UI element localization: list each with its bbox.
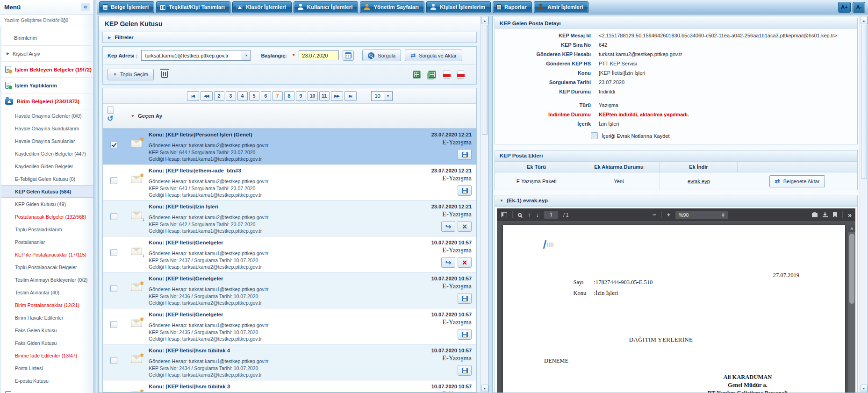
sidebar-menu-item[interactable]: ▶ Havale Onayına Gelenler (0/0) <box>1 109 93 122</box>
message-row[interactable]: ↓ Konu: [KEP İletisi]İzin İşleri Göndere… <box>103 200 476 236</box>
nav-tab[interactable]: Kullanıcı İşlemleri <box>294 1 359 13</box>
message-row[interactable]: ★ Konu: [KEP İletisi]ethem-iade_btn#3 Gö… <box>103 164 476 200</box>
scroll-up-icon[interactable]: ▲ <box>481 17 488 24</box>
export-pdf-icon[interactable] <box>444 71 450 79</box>
next-page-button[interactable]: ▶▶ <box>331 91 343 101</box>
query-and-transfer-button[interactable]: ⇄ Sorgula ve Aktar <box>405 50 462 61</box>
row-checkbox[interactable] <box>110 285 117 292</box>
attachment-file-link[interactable]: evrak.eyp <box>688 179 710 184</box>
sidebar-menu-item[interactable]: ▶ Birim Postalanacaklar (12/21) <box>1 299 93 311</box>
save-button[interactable] <box>458 185 472 196</box>
message-row[interactable]: ★ Konu: [KEP İletisi]hsm tübitak 3 <box>103 380 476 392</box>
message-row[interactable]: ↓ Konu: [KEP İletisi]Genelgeler Gönderen… <box>103 236 476 272</box>
sidebar-menu-item[interactable]: ▶ İşlem Bekleyen Belgeler (19/72) <box>1 62 93 78</box>
pdf-sidebar-toggle-icon[interactable] <box>501 212 507 217</box>
nav-tab[interactable]: Belge İşlemleri <box>99 1 154 13</box>
filters-toggle[interactable]: ▶ Filtreler <box>102 32 477 43</box>
nav-tab[interactable]: Yönetim Sayfaları <box>360 1 424 13</box>
pdf-page-input[interactable]: 1 <box>544 211 558 219</box>
sidebar-menu-item[interactable]: ▶ Faks Giden Kutusu <box>1 336 93 349</box>
row-checkbox[interactable] <box>110 249 117 256</box>
scroll-down-icon[interactable]: ▼ <box>861 385 868 392</box>
nav-tab[interactable]: Raporlar <box>493 1 532 13</box>
history-icon[interactable]: ↺ <box>107 115 124 122</box>
save-note-checkbox[interactable] <box>591 132 598 139</box>
row-checkbox[interactable] <box>110 321 117 328</box>
sidebar-menu-item[interactable]: ▶ KEP ile Postalanacaklar (17/115) <box>1 248 93 261</box>
page-number-button[interactable]: 9 <box>296 91 306 101</box>
sidebar-menu-item[interactable]: ▶ KEP Gelen Kutusu (584) <box>1 185 93 198</box>
message-row[interactable]: ★ Konu: [KEP İletisi]Genelgeler Gönderen… <box>103 272 476 308</box>
export-excel-icon[interactable] <box>413 71 421 79</box>
viewer-header[interactable]: ▼ (Ek-1) evrak.eyp <box>495 195 857 206</box>
font-increase-button[interactable]: A+ <box>838 2 851 13</box>
last-page-button[interactable]: ▶| <box>344 91 357 101</box>
page-number-button[interactable]: 2 <box>214 91 224 101</box>
page-number-button[interactable]: 4 <box>237 91 248 101</box>
sidebar-menu-item[interactable]: ▶ E-Tebligat Gelen Kutusu (0) <box>1 172 93 185</box>
message-row[interactable]: ★ Konu: [KEP İletisi]Genelgeler Gönderen… <box>103 308 476 344</box>
transfer-to-document-button[interactable]: ⇄ Belgenete Aktar <box>769 175 825 187</box>
row-checkbox[interactable] <box>110 141 117 148</box>
row-checkbox[interactable] <box>110 213 117 220</box>
group-label-row[interactable]: ▼ Geçen Ay <box>124 104 162 128</box>
save-button[interactable] <box>458 149 472 160</box>
scroll-thumb[interactable] <box>482 25 488 135</box>
sidebar-menu-item[interactable]: ▶ Havale Onayına Sunduklarım <box>1 122 93 135</box>
delete-button[interactable]: × <box>458 221 472 232</box>
scroll-up-icon[interactable]: ▲ <box>861 17 868 24</box>
bookmark-icon[interactable] <box>833 212 837 218</box>
sidebar-menu-item[interactable]: ▶ Birime İade Edilenler (13/47) <box>1 349 93 362</box>
kep-address-select[interactable]: turksat.kamu1@testkep.pttkep.gov.tr ▼ <box>141 50 251 61</box>
sidebar-menu-item[interactable]: ▶ Kaydedilen Gelen Belgeler (447) <box>1 147 93 160</box>
print-icon[interactable] <box>812 213 818 217</box>
page-number-button[interactable]: 10 <box>308 91 318 101</box>
select-all-checkbox[interactable] <box>107 107 114 114</box>
retry-transfer-button[interactable]: ↪ <box>441 257 455 268</box>
calendar-button[interactable] <box>343 50 354 61</box>
retry-transfer-button[interactable]: ↪ <box>441 221 455 232</box>
sidebar-menu-item[interactable]: ▶ Kaydedilen Giden Belgeler <box>1 160 93 172</box>
sidebar-menu-item[interactable]: ▶ KEP Giden Kutusu (49) <box>1 198 93 210</box>
sidebar-menu-item[interactable]: ▶ Teslim Alınmayı Bekleyenler (0/2) <box>1 273 93 286</box>
sidebar-menu-item[interactable]: ▶ <box>1 387 93 393</box>
nav-tab[interactable]: Amir İşlemleri <box>534 1 588 13</box>
download-icon[interactable] <box>823 212 828 217</box>
row-checkbox[interactable] <box>110 357 117 364</box>
page-number-button[interactable]: 3 <box>226 91 236 101</box>
right-scrollbar[interactable]: ▲ ▼ <box>860 16 868 393</box>
font-decrease-button[interactable]: A- <box>853 2 865 13</box>
scroll-down-icon[interactable]: ▼ <box>481 385 488 392</box>
nav-tab[interactable]: Kişisel İşlemlerim <box>426 1 491 13</box>
message-row[interactable]: ★ Konu: [KEP İletisi]hsm tübitak 4 Gönde… <box>103 344 476 380</box>
start-date-input[interactable]: 23.07.2020 <box>299 50 339 60</box>
scroll-thumb[interactable] <box>861 25 867 179</box>
page-number-button[interactable]: 5 <box>249 91 259 101</box>
page-number-button[interactable]: 7 <box>273 91 283 101</box>
save-button[interactable] <box>458 365 472 376</box>
pdf-scroll-up-icon[interactable]: ^ <box>848 225 855 232</box>
first-page-button[interactable]: |◀ <box>187 91 199 101</box>
pdf-page-down-icon[interactable]: ↓ <box>536 212 539 218</box>
sidebar-menu-item[interactable]: ▶ Birim Havale Edilenler <box>1 311 93 324</box>
sidebar-menu-item[interactable]: ▶ E-posta Kutusu <box>1 374 93 387</box>
sidebar-menu-item[interactable]: ▶ Faks Gelen Kutusu <box>1 324 93 336</box>
delete-button[interactable]: × <box>458 257 472 268</box>
page-number-button[interactable]: 8 <box>284 91 294 101</box>
pdf-search-icon[interactable] <box>518 213 522 217</box>
prev-page-button[interactable]: ◀◀ <box>201 91 213 101</box>
query-button[interactable]: Sorgula <box>362 50 401 61</box>
sidebar-menu-item[interactable]: ▶ Havale Onayına Sunulanlar <box>1 135 93 147</box>
pdf-zoom-in-icon[interactable]: + <box>667 212 671 218</box>
sidebar-menu-item[interactable]: ▶ Teslim Alınanlar (40) <box>1 286 93 299</box>
middle-scrollbar[interactable]: ▲ ▼ <box>481 16 488 393</box>
page-size-select[interactable]: 10 ▼ <box>371 91 393 101</box>
row-checkbox[interactable] <box>110 177 117 184</box>
page-number-button[interactable]: 11 <box>319 91 330 101</box>
sidebar-menu-item[interactable]: ▶ Posta Listesi <box>1 362 93 374</box>
nav-tab[interactable]: Klasör İşlemleri <box>232 1 292 13</box>
export-excel-all-icon[interactable] <box>428 71 436 79</box>
trash-icon[interactable] <box>161 71 168 78</box>
export-pdf-all-icon[interactable] <box>458 71 464 79</box>
pdf-zoom-out-icon[interactable]: − <box>653 212 656 218</box>
